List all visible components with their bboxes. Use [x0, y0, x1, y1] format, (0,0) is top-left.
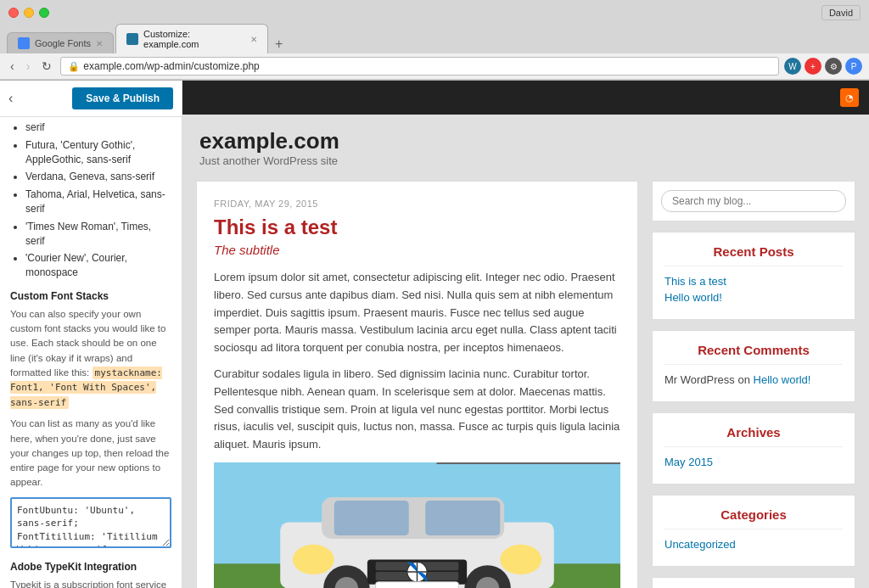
back-to-customizer-button[interactable]: ‹ [8, 91, 13, 106]
lock-icon: 🔒 [68, 61, 80, 72]
address-text: example.com/wp-admin/customize.php [83, 60, 259, 72]
recent-post-link-1[interactable]: This is a test [664, 275, 843, 288]
person-icon[interactable]: P [845, 58, 862, 75]
font-list-item: serif [25, 120, 171, 135]
tab-google-fonts-label: Google Fonts [35, 38, 91, 48]
google-fonts-favicon [18, 37, 30, 49]
recent-comment-text: Mr WordPress on Hello world! [664, 373, 843, 386]
back-button[interactable]: ‹ [7, 58, 18, 75]
categories-title: Categories [664, 507, 843, 529]
adobe-typekit-desc: Typekit is a subscription font service t… [10, 578, 171, 588]
puzzle-icon[interactable]: ⚙ [825, 58, 842, 75]
adobe-typekit-title: Adobe TypeKit Integration [10, 561, 171, 573]
post-body-p2: Curabitur sodales ligula in libero. Sed … [214, 366, 620, 454]
tabs-bar: Google Fonts ✕ Customize: example.com ✕ … [0, 24, 869, 53]
address-bar[interactable]: 🔒 example.com/wp-admin/customize.php [60, 57, 779, 76]
right-sidebar-widgets: Recent Posts This is a test Hello world!… [652, 181, 855, 588]
nav-bar: ‹ › ↻ 🔒 example.com/wp-admin/customize.p… [0, 53, 869, 80]
recent-comments-widget: Recent Comments Mr WordPress on Hello wo… [652, 330, 855, 402]
search-widget [652, 181, 855, 221]
rss-label: ◔ [845, 92, 854, 104]
tab-google-fonts[interactable]: Google Fonts ✕ [7, 32, 114, 53]
post-date: FRIDAY, MAY 29, 2015 [214, 199, 620, 209]
recent-posts-title: Recent Posts [664, 244, 843, 266]
forward-button[interactable]: › [23, 58, 34, 75]
font-list-item: 'Times New Roman', Times, serif [25, 220, 171, 249]
post-title[interactable]: This is a test [214, 216, 620, 239]
meta-widget: Meta Site Admin [652, 577, 855, 588]
post-body-p1: Lorem ipsum dolor sit amet, consectetur … [214, 269, 620, 357]
refresh-button[interactable]: ↻ [38, 58, 55, 75]
archives-widget: Archives May 2015 [652, 412, 855, 484]
svg-rect-5 [425, 501, 500, 535]
app-layout: ‹ Save & Publish serif Futura, 'Century … [0, 81, 869, 588]
maximize-window-button[interactable] [39, 8, 49, 18]
tab-close-google-fonts[interactable]: ✕ [96, 39, 103, 48]
car-illustration: M · SW 4574 [214, 462, 620, 588]
svg-point-14 [293, 545, 334, 574]
site-title: example.com [199, 128, 855, 154]
post-subtitle: The subtitle [214, 243, 620, 257]
font-list-item: 'Courier New', Courier, monospace [25, 251, 171, 280]
site-header: example.com Just another WordPress site [196, 128, 855, 167]
custom-font-stacks-desc1: You can also specify your own custom fon… [10, 307, 171, 411]
search-input[interactable] [661, 190, 846, 212]
font-list-item: Tahoma, Arial, Helvetica, sans-serif [25, 188, 171, 216]
browser-chrome: David Google Fonts ✕ Customize: example.… [0, 0, 869, 81]
comment-author: Mr WordPress [664, 373, 735, 386]
tab-customize-label: Customize: example.com [143, 29, 245, 49]
custom-font-stacks-desc2: You can list as many as you'd like here,… [10, 417, 171, 490]
rss-icon[interactable]: ◔ [840, 88, 859, 107]
archives-title: Archives [664, 425, 843, 447]
code-example: mystackname: Font1, 'Font With Spaces', … [10, 367, 162, 409]
browser-actions: W + ⚙ P [784, 58, 862, 75]
tab-customize[interactable]: Customize: example.com ✕ [115, 24, 268, 53]
svg-point-15 [500, 545, 541, 574]
new-tab-button[interactable]: + [270, 35, 288, 53]
save-publish-button[interactable]: Save & Publish [72, 87, 173, 109]
sidebar-content: serif Futura, 'Century Gothic', AppleGot… [0, 120, 182, 588]
preview-top-bar: ◔ [182, 81, 869, 115]
custom-font-stacks-textarea[interactable]: FontUbuntu: 'Ubuntu', sans-serif; FontTi… [10, 497, 171, 548]
post-card: FRIDAY, MAY 29, 2015 This is a test The … [196, 181, 638, 588]
post-body: Lorem ipsum dolor sit amet, consectetur … [214, 269, 620, 454]
post-image: M · SW 4574 [214, 462, 620, 588]
left-sidebar: ‹ Save & Publish serif Futura, 'Century … [0, 81, 182, 588]
categories-widget: Categories Uncategorized [652, 495, 855, 567]
tab-close-customize[interactable]: ✕ [250, 35, 257, 44]
recent-comments-title: Recent Comments [664, 343, 843, 365]
preview-area: ◔ example.com Just another WordPress sit… [182, 81, 869, 588]
title-bar: David [0, 0, 869, 24]
close-window-button[interactable] [8, 8, 19, 18]
comment-link[interactable]: Hello world! [754, 373, 811, 386]
custom-font-stacks-title: Custom Font Stacks [10, 290, 171, 302]
recent-posts-widget: Recent Posts This is a test Hello world! [652, 232, 855, 320]
category-link-1[interactable]: Uncategorized [664, 538, 843, 551]
preview-content-area: FRIDAY, MAY 29, 2015 This is a test The … [196, 181, 855, 588]
recent-post-link-2[interactable]: Hello world! [664, 291, 843, 304]
main-content: FRIDAY, MAY 29, 2015 This is a test The … [196, 181, 638, 588]
preview-site: example.com Just another WordPress site … [182, 115, 869, 588]
font-list-item: Verdana, Geneva, sans-serif [25, 170, 171, 184]
plus-icon[interactable]: + [805, 58, 821, 75]
extensions-icon[interactable]: W [784, 58, 801, 75]
font-list-item: Futura, 'Century Gothic', AppleGothic, s… [25, 138, 171, 167]
archive-link-1[interactable]: May 2015 [664, 456, 843, 468]
user-badge: David [821, 5, 861, 20]
svg-rect-4 [334, 501, 409, 535]
comment-on: on [737, 373, 753, 386]
window-controls [8, 8, 49, 18]
wp-favicon [126, 33, 138, 45]
minimize-window-button[interactable] [24, 8, 34, 18]
site-tagline: Just another WordPress site [199, 154, 855, 167]
sidebar-top-bar: ‹ Save & Publish [0, 81, 182, 117]
font-list: serif Futura, 'Century Gothic', AppleGot… [10, 120, 171, 280]
